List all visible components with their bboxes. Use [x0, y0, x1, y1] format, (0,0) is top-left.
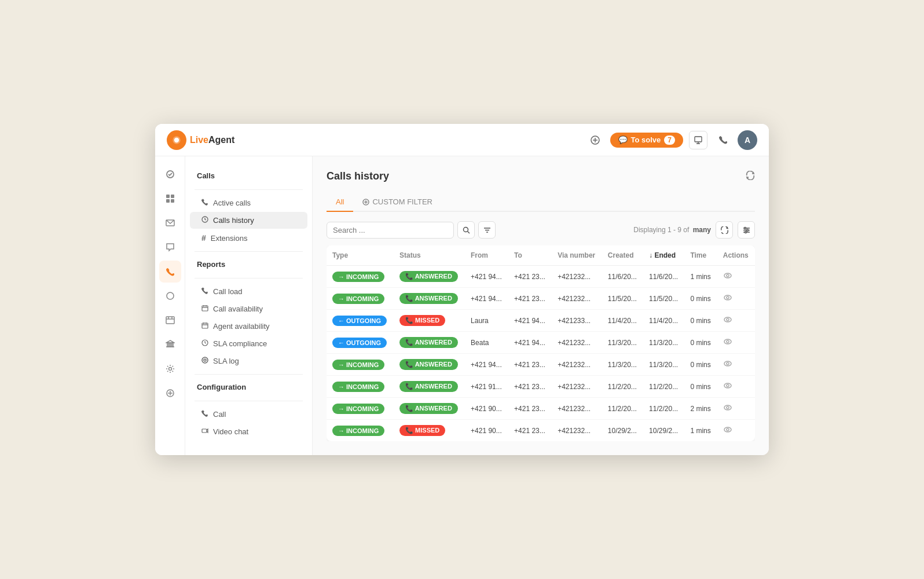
phone-nav-button[interactable]: [713, 131, 732, 149]
refresh-button[interactable]: [746, 171, 755, 182]
cell-actions: [717, 398, 755, 420]
main-content: Calls history All CUSTOM FILTER: [313, 156, 769, 455]
add-button[interactable]: [586, 131, 604, 149]
sidebar-item-call-avail[interactable]: Call availability: [190, 301, 307, 317]
cell-time: 0 mins: [684, 288, 717, 310]
tab-custom-filter[interactable]: CUSTOM FILTER: [353, 193, 442, 212]
cell-time: 0 mins: [684, 376, 717, 398]
cell-to: +421 23...: [508, 266, 552, 288]
cell-to: +421 23...: [508, 354, 552, 376]
tab-all[interactable]: All: [327, 193, 353, 212]
cell-actions: [717, 376, 755, 398]
monitor-button[interactable]: [689, 131, 707, 149]
table-row: → INCOMING 📞 ANSWERED +421 94... +421 23…: [327, 266, 755, 288]
cell-ended: 10/29/2...: [643, 420, 684, 442]
view-icon[interactable]: [723, 316, 732, 326]
cell-from: +421 94...: [465, 354, 508, 376]
video-chat-label: Video chat: [213, 427, 248, 436]
top-nav: LiveAgent 💬 To solve 7 A: [155, 124, 769, 156]
col-type[interactable]: Type: [327, 245, 394, 266]
svg-point-51: [746, 229, 748, 231]
slalog-icon: [201, 357, 208, 365]
col-time[interactable]: Time: [684, 245, 717, 266]
svg-point-50: [744, 227, 746, 229]
status-badge: 📞 ANSWERED: [399, 337, 458, 348]
svg-point-60: [727, 340, 729, 343]
cell-type: → INCOMING: [327, 420, 394, 442]
sidebar-item-call-load[interactable]: Call load: [190, 283, 307, 300]
sidebar-item-sla-compliance[interactable]: SLA compliance: [190, 335, 307, 352]
svg-rect-12: [171, 199, 174, 203]
sidebar-item-active-calls[interactable]: Active calls: [190, 195, 307, 211]
view-icon[interactable]: [723, 360, 732, 370]
sidebar-item-extensions[interactable]: # Extensions: [190, 229, 307, 247]
nav-item-phone[interactable]: [159, 261, 181, 283]
sla-icon: [201, 339, 208, 348]
reports-section-title: Reports: [185, 256, 312, 273]
search-input[interactable]: [327, 222, 454, 239]
nav-item-contacts[interactable]: [159, 309, 181, 331]
nav-item-chat[interactable]: [159, 236, 181, 258]
view-icon[interactable]: [723, 382, 732, 392]
nav-item-circle[interactable]: [159, 285, 181, 307]
view-icon[interactable]: [723, 338, 732, 348]
sidebar-item-sla-log[interactable]: SLA log: [190, 353, 307, 369]
nav-item-dashboard[interactable]: [159, 188, 181, 210]
sidebar-item-calls-history[interactable]: Calls history: [190, 212, 307, 229]
config-divider: [195, 374, 303, 375]
cell-from: +421 94...: [465, 266, 508, 288]
video-icon: [201, 427, 208, 436]
view-icon[interactable]: [723, 404, 732, 414]
cell-created: 11/3/20...: [602, 354, 643, 376]
col-created[interactable]: Created: [602, 245, 643, 266]
display-text: Displaying 1 - 9 of many: [633, 226, 711, 234]
calls-history-label: Calls history: [213, 216, 254, 225]
sidebar-item-agent-avail[interactable]: Agent availability: [190, 318, 307, 335]
nav-item-plugin[interactable]: [159, 382, 181, 404]
logo-text: LiveAgent: [190, 135, 234, 145]
cell-via: +421232...: [552, 420, 602, 442]
cell-via: +421232...: [552, 376, 602, 398]
nav-item-bank[interactable]: [159, 334, 181, 356]
logo-area: LiveAgent: [167, 130, 586, 150]
filter-button[interactable]: [478, 221, 496, 239]
calendar-icon: [201, 305, 208, 313]
svg-rect-15: [166, 317, 174, 324]
col-from[interactable]: From: [465, 245, 508, 266]
type-badge: → INCOMING: [332, 382, 384, 392]
svg-point-67: [724, 427, 731, 432]
cell-status: 📞 ANSWERED: [394, 376, 465, 398]
to-solve-button[interactable]: 💬 To solve 7: [610, 133, 683, 148]
type-badge: → INCOMING: [332, 426, 384, 436]
status-badge: 📞 ANSWERED: [399, 271, 458, 282]
cell-type: ← OUTGOING: [327, 310, 394, 332]
cell-ended: 11/3/20...: [643, 354, 684, 376]
sidebar-item-call-config[interactable]: Call: [190, 406, 307, 423]
svg-point-59: [724, 339, 731, 344]
nav-item-settings[interactable]: [159, 358, 181, 380]
view-icon[interactable]: [723, 272, 732, 282]
columns-button[interactable]: [738, 221, 755, 239]
table-row: ← OUTGOING 📞 ANSWERED Beata +421 94... +…: [327, 332, 755, 354]
reload-button[interactable]: [716, 221, 733, 239]
search-button[interactable]: [457, 221, 475, 239]
view-icon[interactable]: [723, 426, 732, 436]
nav-item-check[interactable]: [159, 163, 181, 185]
chat-nav-icon: 💬: [618, 135, 628, 144]
col-ended[interactable]: ↓ Ended: [643, 245, 684, 266]
user-avatar[interactable]: A: [738, 130, 757, 150]
sidebar-item-video-chat[interactable]: Video chat: [190, 423, 307, 440]
view-icon[interactable]: [723, 294, 732, 304]
nav-item-mail[interactable]: [159, 212, 181, 234]
svg-point-61: [724, 361, 731, 366]
col-status[interactable]: Status: [394, 245, 465, 266]
cell-created: 11/6/20...: [602, 266, 643, 288]
col-via[interactable]: Via number: [552, 245, 602, 266]
cell-created: 10/29/2...: [602, 420, 643, 442]
cell-time: 0 mins: [684, 354, 717, 376]
cell-via: +421232...: [552, 354, 602, 376]
cell-from: +421 91...: [465, 376, 508, 398]
col-to[interactable]: To: [508, 245, 552, 266]
cell-type: → INCOMING: [327, 288, 394, 310]
cell-from: +421 94...: [465, 288, 508, 310]
